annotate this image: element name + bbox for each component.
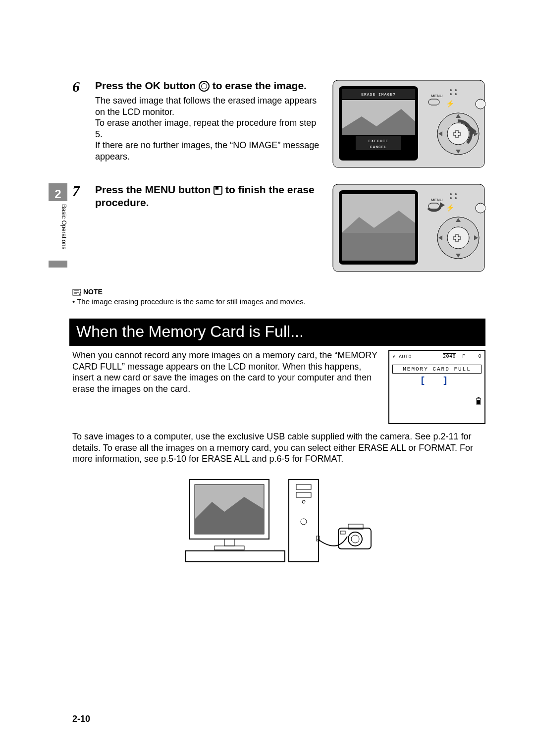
menu-label-7: MENU xyxy=(431,198,443,202)
svg-rect-54 xyxy=(289,480,319,562)
lcd-cancel: CANCEL xyxy=(370,145,387,149)
note-text: • The image erasing procedure is the sam… xyxy=(72,297,485,306)
svg-rect-55 xyxy=(296,485,311,489)
svg-rect-51 xyxy=(224,539,234,546)
lcd-execute: EXECUTE xyxy=(369,139,389,143)
step-number-6: 6 xyxy=(72,79,86,168)
step-7-body: Press the MENU button to finish the eras… xyxy=(95,183,323,272)
svg-point-10 xyxy=(455,93,457,95)
svg-point-36 xyxy=(447,227,469,249)
svg-point-58 xyxy=(301,519,307,525)
step-6-title: Press the OK button to erase the image. xyxy=(95,79,323,92)
step-6-title-post: to erase the image. xyxy=(210,80,307,91)
svg-point-12 xyxy=(476,99,485,109)
lcd-focus-brackets: [ ] xyxy=(392,376,482,385)
lcd-quality: F xyxy=(462,354,466,359)
svg-text:⚡: ⚡ xyxy=(446,204,455,212)
svg-rect-52 xyxy=(214,546,244,550)
svg-rect-56 xyxy=(296,492,311,497)
lcd-battery-icon xyxy=(392,397,482,407)
svg-rect-53 xyxy=(186,551,285,562)
camera-illustration-erase: ERASE IMAGE? EXECUTE CANCEL MENU ⚡ xyxy=(332,79,485,168)
svg-point-9 xyxy=(450,93,452,95)
page-number: 2-10 xyxy=(72,714,90,724)
lcd-message-memory-full: MEMORY CARD FULL xyxy=(392,365,482,374)
svg-point-8 xyxy=(455,89,457,91)
menu-button-icon xyxy=(214,186,222,195)
control-dpad-7 xyxy=(437,217,479,259)
svg-point-14 xyxy=(447,123,469,145)
svg-rect-24 xyxy=(342,233,415,261)
lcd-image-size: 2048 xyxy=(443,354,456,359)
svg-rect-46 xyxy=(478,397,480,398)
svg-text:⚡: ⚡ xyxy=(446,100,455,108)
step-6: 6 Press the OK button to erase the image… xyxy=(72,79,485,168)
memory-full-body: When you cannot record any more images o… xyxy=(72,350,485,424)
note-label: NOTE xyxy=(72,288,103,296)
svg-point-34 xyxy=(476,203,485,213)
svg-rect-47 xyxy=(477,400,480,404)
lcd-flash-mode: ⚡ AUTO xyxy=(392,354,412,360)
step-7: 7 Press the MENU button to finish the er… xyxy=(72,183,485,272)
svg-point-57 xyxy=(302,500,305,503)
chapter-title: Basic Operations xyxy=(49,201,67,261)
memory-full-para1: When you cannot record any more images o… xyxy=(72,350,380,424)
lcd-top-row: ⚡ AUTO 2048 F 0 xyxy=(392,354,482,360)
note-block: NOTE • The image erasing procedure is th… xyxy=(72,287,485,306)
step-6-body: Press the OK button to erase the image. … xyxy=(95,79,323,168)
svg-point-31 xyxy=(450,197,452,199)
note-icon xyxy=(72,289,81,296)
svg-point-30 xyxy=(455,193,457,195)
lcd-count: 0 xyxy=(478,354,482,359)
lcd-erase-header: ERASE IMAGE? xyxy=(361,92,396,97)
memory-full-para2: To save images to a computer, use the ex… xyxy=(72,431,485,465)
step-7-title: Press the MENU button to finish the eras… xyxy=(95,183,323,210)
manual-page: 2 Basic Operations 6 Press the OK button… xyxy=(0,0,535,756)
chapter-side-tab: 2 Basic Operations xyxy=(49,183,67,268)
svg-point-7 xyxy=(450,89,452,91)
step-6-paragraph: The saved image that follows the erased … xyxy=(95,95,323,162)
svg-point-32 xyxy=(455,197,457,199)
section-heading-memory-full: When the Memory Card is Full... xyxy=(69,319,485,346)
chapter-number: 2 xyxy=(49,183,67,201)
control-dpad-6 xyxy=(437,113,479,155)
step-number-7: 7 xyxy=(72,183,86,272)
menu-label-6: MENU xyxy=(431,94,443,98)
step-6-title-pre: Press the OK button xyxy=(95,80,199,91)
svg-rect-64 xyxy=(340,531,345,534)
step-7-title-pre: Press the MENU button xyxy=(95,184,214,195)
ok-button-icon xyxy=(199,81,210,92)
svg-point-29 xyxy=(450,193,452,195)
computer-camera-illustration xyxy=(185,475,373,564)
lcd-screen-memory-full: ⚡ AUTO 2048 F 0 MEMORY CARD FULL [ ] xyxy=(388,350,485,424)
svg-point-62 xyxy=(348,532,362,546)
page-content: 6 Press the OK button to erase the image… xyxy=(72,79,485,564)
svg-point-63 xyxy=(351,535,359,543)
camera-illustration-menu: MENU ⚡ xyxy=(332,183,485,272)
